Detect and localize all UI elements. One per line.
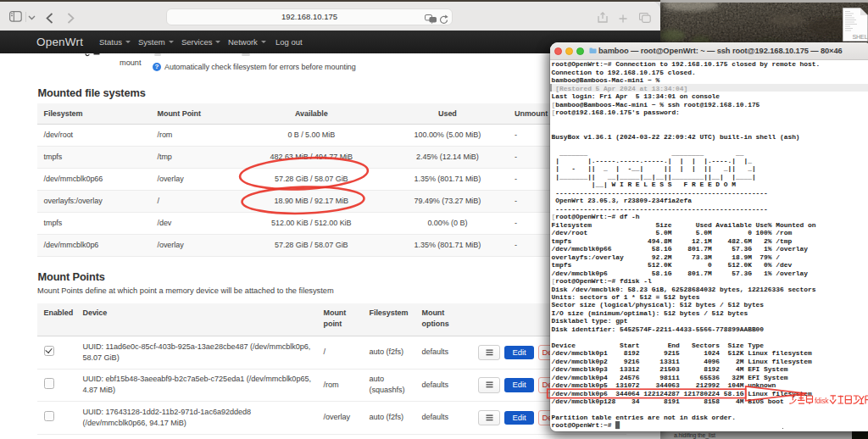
svg-text:fdisk: fdisk: [815, 397, 829, 405]
